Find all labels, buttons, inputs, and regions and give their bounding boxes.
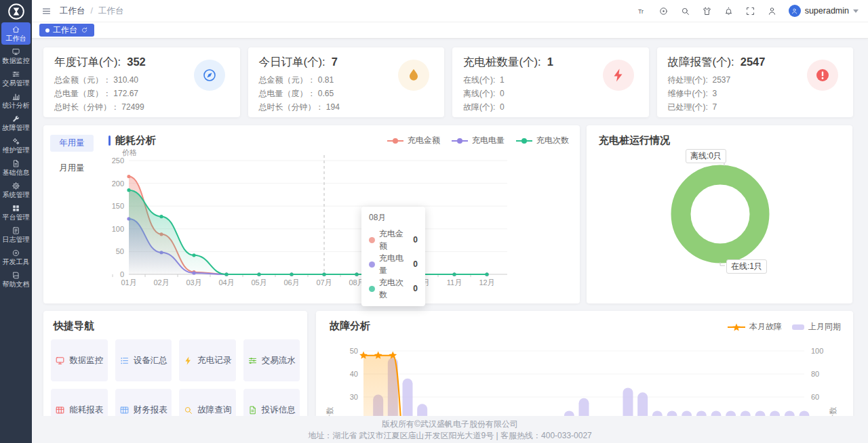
svg-text:价格: 价格 xyxy=(122,148,137,156)
person-icon xyxy=(791,7,798,15)
sidebar-item-6[interactable]: 基础信息 xyxy=(1,156,31,179)
quick-nav-label: 财务报表 xyxy=(134,404,167,416)
log-icon xyxy=(12,226,20,235)
circle-dot-icon-button[interactable] xyxy=(658,6,669,16)
theme-shirt-icon-button[interactable] xyxy=(702,6,712,16)
quick-nav-3[interactable]: 交易流水 xyxy=(243,339,300,381)
tab-yearly-usage[interactable]: 年用量 xyxy=(50,135,94,152)
drop-icon xyxy=(406,67,422,83)
pie-label-online: 在线:1只 xyxy=(726,259,767,274)
bell-icon-button[interactable] xyxy=(724,6,734,16)
legend-item[interactable]: 充电次数 xyxy=(515,135,569,146)
copyright-line: 版权所有©武汉盛帆电子股份有限公司 xyxy=(32,419,868,430)
sidebar: 工作台 数据监控 交易管理 统计分析 故障管理 维护管理 基础信息 系统管理 平… xyxy=(0,0,32,443)
legend-marker-line-star xyxy=(727,323,746,331)
legend-item-current-month[interactable]: 本月故障 xyxy=(727,321,782,333)
quick-nav-label: 交易流水 xyxy=(262,355,296,366)
bolt-icon xyxy=(183,356,193,366)
stat-card-2[interactable]: 充电桩数量(个): 1 在线(个): 1离线(个): 0故障(个): 0 xyxy=(452,47,649,117)
stat-card-row: 故障(个): 0 xyxy=(463,100,638,114)
legend-label: 充电金额 xyxy=(408,135,440,146)
svg-text:100: 100 xyxy=(811,347,823,355)
sidebar-item-3[interactable]: 统计分析 xyxy=(1,89,31,112)
tab-workbench[interactable]: 工作台 xyxy=(39,24,94,37)
sliders-icon xyxy=(248,356,258,366)
sidebar-item-label: 维护管理 xyxy=(3,146,30,154)
sliders-icon xyxy=(12,70,20,79)
legend-label: 充电次数 xyxy=(536,135,569,146)
legend-item-last-month[interactable]: 上月同期 xyxy=(791,321,841,333)
pile-status-panel: 充电桩运行情况 离线:0只 在线:1只 xyxy=(587,125,852,303)
sidebar-item-4[interactable]: 故障管理 xyxy=(1,112,31,134)
monitor-icon xyxy=(55,356,65,366)
svg-text:40: 40 xyxy=(350,370,358,378)
quick-nav-label: 故障查询 xyxy=(197,404,231,416)
stat-card-3[interactable]: 故障报警(个): 2547 待处理(个): 2537维修中(个): 3已处理(个… xyxy=(657,47,854,117)
user-menu[interactable]: superadmin xyxy=(789,5,859,17)
sidebar-item-label: 故障管理 xyxy=(3,124,30,131)
legend-label: 充电电量 xyxy=(472,135,505,146)
chart-tooltip: 08月 充电金额0 充电电量0 充电次数0 xyxy=(361,207,425,306)
sidebar-item-2[interactable]: 交易管理 xyxy=(1,67,31,89)
breadcrumb-root[interactable]: 工作台 xyxy=(60,5,85,17)
sidebar-item-0[interactable]: 工作台 xyxy=(1,22,31,45)
document-icon xyxy=(248,405,258,415)
sidebar-item-5[interactable]: 维护管理 xyxy=(1,134,31,156)
stat-card-1[interactable]: 今日订单(个): 7 总金额（元）： 0.81总电量（度）： 0.65总时长（分… xyxy=(248,47,445,117)
svg-text:12月: 12月 xyxy=(479,278,494,287)
sidebar-item-10[interactable]: 开发工具 xyxy=(1,246,31,268)
quick-nav-0[interactable]: 数据监控 xyxy=(51,339,108,381)
quick-nav-2[interactable]: 充电记录 xyxy=(179,339,236,381)
legend-label: 上月同期 xyxy=(808,321,841,333)
bar-chart-icon xyxy=(12,92,20,101)
fullscreen-icon xyxy=(745,6,755,16)
compass-icon xyxy=(201,67,218,83)
sidebar-item-7[interactable]: 系统管理 xyxy=(1,179,31,201)
energy-chart[interactable]: 050100150200250价格01月02月03月04月05月06月07月08… xyxy=(100,147,553,295)
tooltip-row: 充电电量0 xyxy=(369,252,418,276)
circle-dot-icon xyxy=(658,6,669,16)
svg-text:30: 30 xyxy=(350,393,358,401)
breadcrumb: 工作台 / 工作台 xyxy=(60,5,123,17)
energy-usage-tabs: 年用量 月用量 xyxy=(50,135,94,177)
search-icon-button[interactable] xyxy=(680,6,690,16)
sidebar-item-9[interactable]: 日志管理 xyxy=(1,224,31,246)
tab-monthly-usage[interactable]: 月用量 xyxy=(50,160,94,177)
stat-card-icon-wrap xyxy=(398,60,429,91)
stat-card-0[interactable]: 年度订单(个): 352 总金额（元）： 310.40总电量（度）： 172.6… xyxy=(43,47,240,117)
breadcrumb-separator: / xyxy=(91,6,93,16)
svg-text:04月: 04月 xyxy=(218,278,234,287)
svg-text:100: 100 xyxy=(112,225,124,233)
energy-analysis-panel: 年用量 月用量 能耗分析 充电金额 充电电量 充电次数 050100150200… xyxy=(43,125,580,303)
svg-text:06月: 06月 xyxy=(283,278,299,287)
font-size-icon-button[interactable]: Tr xyxy=(637,6,647,16)
quick-nav-label: 设备汇总 xyxy=(134,355,167,366)
legend-marker xyxy=(515,138,533,144)
grid-icon xyxy=(12,204,20,213)
sidebar-item-1[interactable]: 数据监控 xyxy=(1,45,31,67)
hamburger-icon[interactable] xyxy=(41,6,52,16)
stat-card-icon-wrap xyxy=(807,60,838,91)
bell-icon xyxy=(724,6,734,16)
gear-icon xyxy=(12,182,20,190)
sidebar-item-label: 平台管理 xyxy=(3,213,30,221)
fullscreen-icon-button[interactable] xyxy=(745,6,755,16)
tab-strip: 工作台 xyxy=(32,22,868,39)
svg-text:Tr: Tr xyxy=(638,7,644,14)
person-icon-button[interactable] xyxy=(767,6,777,16)
donut-ring xyxy=(681,175,760,253)
monitor-icon xyxy=(12,47,20,56)
legend-item[interactable]: 充电电量 xyxy=(451,135,505,146)
sidebar-item-label: 日志管理 xyxy=(3,236,30,243)
quick-nav-1[interactable]: 设备汇总 xyxy=(115,339,172,381)
sidebar-item-11[interactable]: 帮助文档 xyxy=(1,268,31,291)
legend-item[interactable]: 充电金额 xyxy=(387,135,440,146)
svg-text:50: 50 xyxy=(116,247,124,255)
refresh-icon[interactable] xyxy=(81,26,88,34)
svg-text:60: 60 xyxy=(811,393,819,401)
app-logo[interactable] xyxy=(0,0,32,22)
avatar xyxy=(789,5,801,17)
table-icon xyxy=(55,405,65,415)
sidebar-item-8[interactable]: 平台管理 xyxy=(1,201,31,224)
stat-card-icon-wrap xyxy=(194,60,225,91)
